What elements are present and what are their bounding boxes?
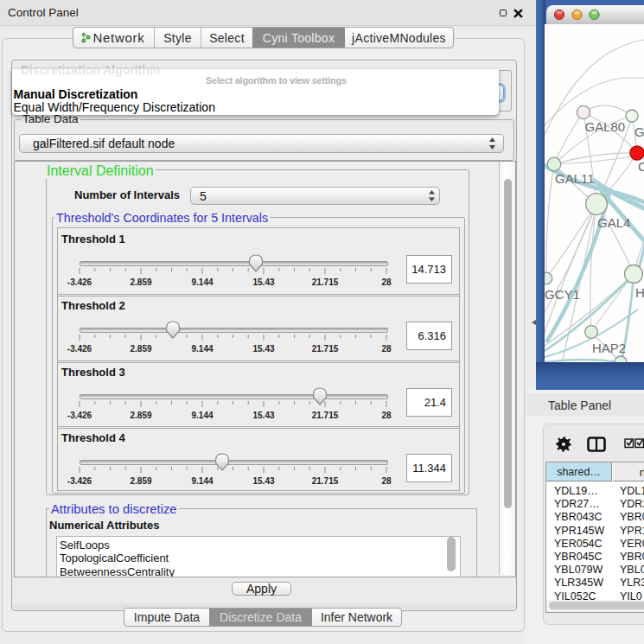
svg-text:GCY1: GCY1 (545, 287, 580, 302)
svg-text:GAL4: GAL4 (597, 215, 630, 230)
svg-text:HAP2: HAP2 (592, 341, 626, 355)
svg-text:C: C (638, 159, 644, 174)
svg-text:GA: GA (634, 124, 644, 139)
svg-text:GAL11: GAL11 (555, 171, 595, 186)
svg-text:GAL80: GAL80 (585, 119, 626, 134)
svg-text:H: H (635, 285, 644, 300)
